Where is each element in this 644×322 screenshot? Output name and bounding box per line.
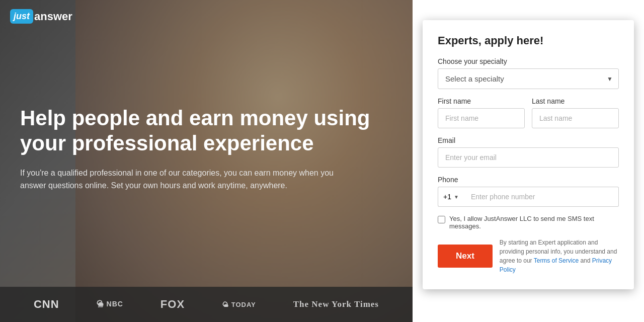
media-logo-today: 🌤 TODAY — [222, 301, 256, 308]
terms-text: By starting an Expert application and pr… — [500, 238, 619, 274]
sms-row: Yes, I allow JustAnswer LLC to send me S… — [438, 215, 619, 230]
phone-prefix[interactable]: +1 — [438, 187, 464, 207]
specialty-label: Choose your specialty — [438, 57, 619, 65]
email-input[interactable] — [438, 147, 619, 168]
lastname-label: Last name — [532, 97, 619, 105]
firstname-col: First name — [438, 97, 525, 128]
email-group: Email — [438, 136, 619, 168]
hero-headline: Help people and earn money using your pr… — [20, 106, 377, 156]
email-label: Email — [438, 136, 619, 144]
sms-label: Yes, I allow JustAnswer LLC to send me S… — [449, 215, 619, 230]
next-button[interactable]: Next — [438, 245, 493, 268]
sms-checkbox[interactable] — [438, 216, 445, 223]
terms-of-service-link[interactable]: Terms of Service — [534, 257, 579, 264]
firstname-label: First name — [438, 97, 525, 105]
form-panel: Experts, apply here! Choose your special… — [423, 20, 634, 289]
logo-just: just — [14, 11, 30, 21]
form-title: Experts, apply here! — [438, 34, 619, 47]
lastname-col: Last name — [532, 97, 619, 128]
specialty-select-wrapper: Select a specialty Doctor Lawyer Mechani… — [438, 68, 619, 89]
specialty-group: Choose your specialty Select a specialty… — [438, 57, 619, 89]
specialty-select[interactable]: Select a specialty Doctor Lawyer Mechani… — [438, 68, 619, 89]
phone-row: +1 — [438, 187, 619, 207]
logo-bubble: just — [10, 9, 33, 24]
firstname-input[interactable] — [438, 108, 525, 128]
next-row: Next By starting an Expert application a… — [438, 238, 619, 274]
phone-label: Phone — [438, 176, 619, 184]
media-logo-cnn: CNN — [34, 298, 59, 311]
phone-group: Phone +1 — [438, 176, 619, 207]
media-logo-nyt: The New York Times — [293, 299, 379, 309]
media-logo-fox: FOX — [160, 298, 185, 311]
lastname-input[interactable] — [532, 108, 619, 128]
logo: just answer — [10, 9, 72, 24]
phone-input[interactable] — [464, 187, 619, 207]
media-logo-nbc: 🌦 NBC — [97, 300, 123, 308]
hero-content: Help people and earn money using your pr… — [20, 106, 377, 192]
media-bar: CNN 🌦 NBC FOX 🌤 TODAY The New York Times — [0, 287, 413, 322]
logo-answer: answer — [34, 10, 72, 23]
hero-subtext: If you're a qualified professional in on… — [20, 167, 352, 192]
name-row: First name Last name — [438, 97, 619, 128]
